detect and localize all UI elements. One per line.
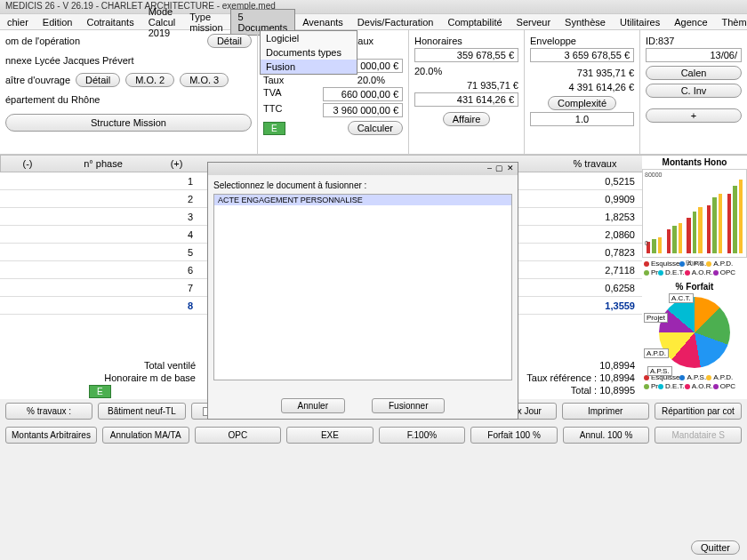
ttc-value: 3 960 000,00 € bbox=[323, 103, 403, 117]
complex-value[interactable]: 1.0 bbox=[530, 112, 634, 126]
annexe-text: nnexe Lycée Jacques Prévert bbox=[5, 55, 252, 66]
calculer-button[interactable]: Calculer bbox=[348, 121, 403, 135]
legend-item: A.O.R. bbox=[685, 268, 713, 277]
pie-apd: A.P.D. bbox=[644, 348, 669, 358]
phase-pct: 0,7823 bbox=[560, 247, 640, 258]
pie-projet: Projet bbox=[644, 313, 668, 323]
documents-submenu: Logiciel Documents types Fusion bbox=[260, 30, 357, 75]
menu-devis[interactable]: Devis/Facturation bbox=[350, 15, 441, 29]
min-icon[interactable]: – bbox=[487, 164, 492, 174]
detail2-button[interactable]: Détail bbox=[76, 73, 120, 87]
menu-cotraitants[interactable]: Cotraitants bbox=[79, 15, 141, 29]
list-item-selected[interactable]: ACTE ENGAGEMENT PERSONNALISE bbox=[214, 195, 511, 205]
hdr-plus[interactable]: (+) bbox=[152, 158, 201, 169]
dialog-ok-button[interactable]: Fusionner bbox=[372, 398, 445, 413]
pie-chart bbox=[659, 297, 730, 368]
mo3-button[interactable]: M.O. 3 bbox=[180, 73, 229, 87]
honoraires-title: Honoraires bbox=[414, 36, 518, 46]
chart1-xlabel: Phase bbox=[643, 260, 746, 266]
e-badge: E bbox=[89, 385, 111, 398]
action-button[interactable]: Forfait 100 % bbox=[470, 427, 558, 444]
ttc-label: TTC bbox=[263, 103, 282, 117]
affaire-button[interactable]: Affaire bbox=[443, 112, 491, 126]
window-title: MEDICIS 26 - V 26.19 - CHARLET ARCHITECT… bbox=[0, 0, 747, 14]
pie-aps: A.P.S. bbox=[647, 366, 672, 376]
action-button[interactable]: Montants Arbitraires bbox=[5, 427, 97, 444]
dialog-titlebar[interactable]: –▢✕ bbox=[208, 163, 518, 175]
menu-edition[interactable]: Edition bbox=[36, 15, 80, 29]
detail-button[interactable]: Détail bbox=[207, 34, 252, 48]
legend-item: A.P.D. bbox=[706, 373, 733, 382]
action-button[interactable]: Annulation MA/TA bbox=[102, 427, 189, 444]
phase-pct: 2,0860 bbox=[560, 229, 640, 240]
menu-fichier[interactable]: chier bbox=[0, 15, 36, 29]
phase-num: 6 bbox=[0, 265, 200, 276]
pie-act: A.C.T. bbox=[669, 293, 694, 303]
chart1-title: Montants Hono bbox=[642, 156, 747, 169]
id-label: ID:837 bbox=[646, 36, 742, 46]
hono-v2: 20.0% bbox=[414, 66, 518, 76]
legend-item: Pr bbox=[644, 382, 658, 391]
submenu-doctypes[interactable]: Documents types bbox=[261, 45, 357, 60]
hdr-pct: % travaux bbox=[550, 158, 639, 169]
taux-value: 20.0% bbox=[357, 75, 403, 85]
legend-item: A.O.R. bbox=[685, 382, 713, 391]
submenu-logiciel[interactable]: Logiciel bbox=[261, 31, 357, 45]
legend-item: A.P.S. bbox=[679, 373, 706, 382]
action-button[interactable]: F.100% bbox=[379, 427, 466, 444]
cinv-button[interactable]: C. Inv bbox=[646, 84, 742, 98]
phase-num: 5 bbox=[0, 247, 200, 258]
dialog-list[interactable]: ACTE ENGAGEMENT PERSONNALISE bbox=[213, 194, 512, 380]
action-button[interactable]: Imprimer bbox=[562, 403, 649, 420]
phase-num: 2 bbox=[0, 194, 200, 204]
action-button[interactable]: EXE bbox=[286, 427, 374, 444]
menu-avenants[interactable]: Avenants bbox=[295, 15, 350, 29]
dialog-prompt: Selectionnez le document à fusionner : bbox=[213, 180, 512, 190]
phase-num: 1 bbox=[0, 176, 200, 187]
legend-item: OPC bbox=[713, 382, 735, 391]
env-v2: 731 935,71 € bbox=[530, 68, 634, 78]
menu-compta[interactable]: Comptabilité bbox=[440, 15, 509, 29]
tva-value: 660 000,00 € bbox=[323, 87, 403, 101]
action-button[interactable]: Mandataire S bbox=[655, 427, 742, 444]
action-button[interactable]: % travaux : bbox=[5, 403, 92, 420]
menu-synthese[interactable]: Synthèse bbox=[558, 15, 613, 29]
side-charts: Montants Hono 80000 0 Phase Esquisse A.P… bbox=[642, 156, 747, 394]
maitre-label: aître d'ouvrage bbox=[5, 75, 70, 85]
submenu-fusion[interactable]: Fusion bbox=[261, 60, 357, 74]
phase-pct: 2,7118 bbox=[560, 265, 640, 276]
tva-label: TVA bbox=[263, 87, 282, 101]
plus-button[interactable]: + bbox=[646, 108, 742, 123]
legend-item: Pr bbox=[644, 268, 658, 277]
hdr-minus[interactable]: (-) bbox=[1, 158, 54, 169]
operation-label: om de l'opération bbox=[5, 36, 80, 46]
bar-chart: 80000 0 Phase bbox=[642, 169, 747, 258]
mo2-button[interactable]: M.O. 2 bbox=[125, 73, 174, 87]
date-field[interactable]: 13/06/ bbox=[646, 48, 742, 62]
phase-num: 7 bbox=[0, 283, 200, 293]
action-button[interactable]: Annul. 100 % bbox=[563, 427, 650, 444]
action-button[interactable]: OPC bbox=[195, 427, 282, 444]
enveloppe-title: Enveloppe bbox=[530, 36, 634, 46]
menubar: chier Edition Cotraitants Mode Calcul 20… bbox=[0, 14, 747, 30]
max-icon[interactable]: ▢ bbox=[495, 164, 503, 174]
close-icon[interactable]: ✕ bbox=[507, 164, 514, 174]
quitter-button[interactable]: Quitter bbox=[691, 540, 740, 555]
phase-num: 3 bbox=[0, 212, 200, 222]
button-row-2: Montants ArbitrairesAnnulation MA/TAOPCE… bbox=[0, 423, 747, 447]
e-button[interactable]: E bbox=[263, 122, 285, 135]
calen-button[interactable]: Calen bbox=[646, 66, 742, 80]
menu-utilitaires[interactable]: Utilitaires bbox=[613, 15, 667, 29]
dialog-cancel-button[interactable]: Annuler bbox=[281, 398, 345, 413]
menu-theme[interactable]: Thème bbox=[715, 15, 747, 29]
phase-pct: 0,9909 bbox=[560, 194, 640, 204]
menu-agence[interactable]: Agence bbox=[667, 15, 714, 29]
action-button[interactable]: Répartition par cot bbox=[655, 403, 742, 420]
chart2-title: % Forfait bbox=[642, 280, 747, 293]
menu-serveur[interactable]: Serveur bbox=[510, 15, 558, 29]
taux-label: Taux bbox=[263, 75, 284, 85]
phase-num: 4 bbox=[0, 229, 200, 240]
structure-mission-button[interactable]: Structure Mission bbox=[5, 114, 252, 132]
action-button[interactable]: Bâtiment neuf-TL bbox=[98, 403, 185, 420]
complexite-button[interactable]: Complexité bbox=[548, 96, 616, 110]
